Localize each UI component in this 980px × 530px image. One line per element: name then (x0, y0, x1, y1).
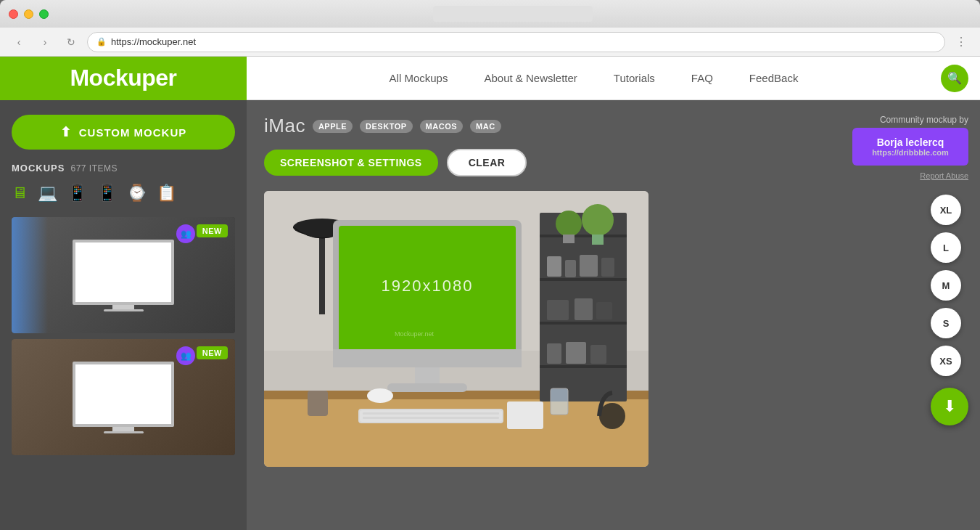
community-url: https://dribbble.com (861, 148, 960, 157)
back-button[interactable]: ‹ (9, 32, 29, 52)
svg-rect-30 (415, 367, 440, 383)
community-badge-2: 👥 (176, 346, 195, 365)
top-nav: Mockuper All Mockups About & Newsletter … (0, 57, 980, 100)
minimize-button[interactable] (24, 9, 33, 19)
tag-mac: MAC (470, 120, 501, 133)
maximize-button[interactable] (39, 9, 49, 19)
community-card: Borja leclercq https://dribbble.com (852, 128, 968, 166)
custom-mockup-label: CUSTOM MOCKUP (79, 126, 187, 139)
nav-links: All Mockups About & Newsletter Tutorials… (247, 72, 941, 84)
svg-rect-31 (387, 383, 467, 392)
nav-feedback[interactable]: FeedBack (749, 72, 799, 84)
svg-rect-19 (601, 258, 614, 277)
svg-rect-25 (590, 345, 606, 364)
reload-button[interactable]: ↻ (61, 32, 81, 52)
desktop-icon[interactable]: 🖥 (12, 184, 28, 203)
browser-window: ‹ › ↻ 🔒 https://mockuper.net ⋮ Mockuper … (0, 0, 980, 530)
nav-faq[interactable]: FAQ (691, 72, 713, 84)
nav-tutorials[interactable]: Tutorials (614, 72, 655, 84)
address-bar[interactable]: 🔒 https://mockuper.net (87, 32, 945, 52)
size-l-button[interactable]: L (931, 232, 961, 263)
browser-menu-button[interactable]: ⋮ (951, 32, 971, 52)
tag-macos: MACOS (420, 120, 463, 133)
custom-mockup-button[interactable]: ⬆ CUSTOM MOCKUP (12, 115, 235, 150)
svg-point-12 (556, 211, 582, 237)
lock-icon: 🔒 (96, 37, 107, 46)
clear-button[interactable]: CLEAR (447, 149, 527, 176)
mockup-preview: 1920x1080 Mockuper.net (264, 191, 648, 467)
svg-rect-9 (540, 278, 627, 281)
tag-desktop: DESKTOP (360, 120, 412, 133)
size-xl-button[interactable]: XL (931, 195, 961, 225)
new-badge-1: NEW (197, 224, 228, 237)
svg-rect-39 (551, 388, 568, 415)
svg-rect-37 (363, 417, 499, 419)
svg-rect-10 (540, 322, 627, 325)
tablet-icon[interactable]: 📱 (67, 184, 87, 203)
svg-rect-35 (360, 410, 502, 422)
phone-icon[interactable]: 📱 (97, 184, 117, 203)
size-xs-button[interactable]: XS (931, 346, 961, 376)
close-button[interactable] (9, 9, 18, 19)
forward-button[interactable]: › (35, 32, 55, 52)
mockups-label: MOCKUPS (12, 163, 65, 174)
tag-apple: APPLE (313, 120, 353, 133)
community-icon-2: 👥 (181, 351, 192, 361)
app-container: Mockuper All Mockups About & Newsletter … (0, 57, 980, 530)
svg-rect-15 (592, 235, 604, 245)
browser-titlebar (0, 0, 980, 28)
other-icon[interactable]: 📋 (157, 184, 176, 203)
download-icon: ⬇ (943, 397, 956, 416)
svg-rect-23 (547, 343, 561, 364)
svg-rect-22 (596, 302, 612, 319)
svg-rect-38 (507, 401, 543, 429)
logo-text: Mockuper (70, 65, 176, 91)
svg-rect-13 (563, 235, 575, 243)
svg-rect-29 (333, 349, 522, 367)
watch-icon[interactable]: ⌚ (127, 184, 147, 203)
screenshot-settings-button[interactable]: SCREENSHOT & SETTINGS (264, 150, 438, 176)
svg-text:1920x1080: 1920x1080 (382, 277, 474, 295)
svg-rect-6 (319, 227, 325, 314)
download-button[interactable]: ⬇ (931, 388, 968, 425)
size-buttons: XL L M S XS ⬇ (931, 195, 968, 425)
community-author: Borja leclercq (861, 136, 960, 148)
nav-about-newsletter[interactable]: About & Newsletter (484, 72, 577, 84)
browser-toolbar: ‹ › ↻ 🔒 https://mockuper.net ⋮ (0, 28, 980, 57)
size-m-button[interactable]: M (931, 270, 961, 301)
svg-rect-24 (566, 342, 586, 364)
mockups-count: 677 ITEMS (70, 163, 118, 174)
svg-rect-41 (308, 391, 328, 416)
svg-text:Mockuper.net: Mockuper.net (395, 330, 435, 338)
mockup-thumbnail-1[interactable]: 👥 NEW (12, 217, 235, 333)
svg-rect-20 (547, 300, 569, 320)
search-icon: 🔍 (947, 71, 962, 85)
svg-rect-17 (565, 260, 576, 277)
mockups-header: MOCKUPS 677 ITEMS (12, 163, 235, 174)
svg-rect-11 (540, 365, 627, 368)
svg-point-42 (367, 388, 393, 403)
report-abuse-link[interactable]: Report Abuse (852, 171, 968, 180)
svg-point-40 (599, 403, 625, 429)
nav-all-mockups[interactable]: All Mockups (390, 72, 448, 84)
svg-rect-36 (363, 412, 499, 415)
laptop-icon[interactable]: 💻 (38, 184, 57, 203)
size-s-button[interactable]: S (931, 308, 961, 338)
community-icon-1: 👥 (181, 229, 192, 239)
svg-point-14 (582, 204, 614, 236)
logo-area: Mockuper (0, 57, 247, 100)
new-badge-2: NEW (197, 346, 228, 359)
svg-rect-18 (580, 255, 598, 277)
url-text: https://mockuper.net (111, 36, 196, 47)
search-button[interactable]: 🔍 (941, 65, 968, 92)
svg-rect-21 (575, 298, 593, 320)
upload-icon: ⬆ (60, 124, 72, 140)
community-badge-1: 👥 (176, 224, 195, 243)
community-by-label: Community mockup by (852, 115, 968, 125)
device-icons: 🖥 💻 📱 📱 ⌚ 📋 (12, 184, 235, 205)
sidebar: ⬆ CUSTOM MOCKUP MOCKUPS 677 ITEMS 🖥 💻 📱 … (0, 100, 247, 530)
main-panel: iMac APPLE DESKTOP MACOS MAC SCREENSHOT … (247, 100, 980, 530)
mockup-thumbnail-2[interactable]: 👥 NEW (12, 339, 235, 455)
community-panel: Community mockup by Borja leclercq https… (852, 115, 968, 180)
main-content: ⬆ CUSTOM MOCKUP MOCKUPS 677 ITEMS 🖥 💻 📱 … (0, 100, 980, 530)
